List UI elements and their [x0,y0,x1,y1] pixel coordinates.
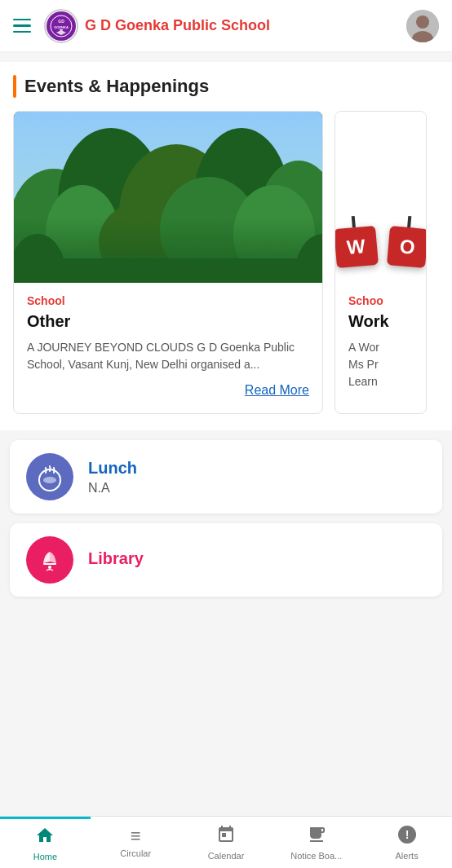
svg-point-16 [160,177,258,283]
header: GD GOENKA G D Goenka Public School [0,0,452,52]
event-card-2-description: A WorMs PrLearn [348,339,413,390]
event-card-2-body: Schoo Work A WorMs PrLearn [335,283,426,413]
alerts-icon: ! [397,825,417,848]
lunch-card[interactable]: Lunch N.A [10,440,442,513]
svg-point-24 [48,566,51,569]
lunch-title: Lunch [88,459,426,478]
read-more-button-1[interactable]: Read More [27,383,309,398]
svg-point-14 [46,185,119,283]
lunch-icon-circle [26,453,73,500]
event-card-1-image [14,112,322,283]
svg-rect-23 [43,563,56,565]
nav-item-home[interactable]: Home [0,817,91,868]
svg-point-19 [295,234,322,283]
section-title-row: Events & Happenings [13,75,439,98]
svg-point-17 [233,185,315,283]
workshop-tag-w: W [335,226,379,268]
nav-label-noticeboard: Notice Boa... [290,851,342,861]
nav-label-home: Home [33,852,57,861]
svg-point-6 [416,15,429,29]
library-title: Library [88,549,426,568]
event-card-1-body: School Other A JOURNEY BEYOND CLOUDS G D… [14,283,322,411]
event-card-1-description: A JOURNEY BEYOND CLOUDS G D Goenka Publi… [27,339,309,373]
event-card-1-category: School [27,294,309,307]
hanging-tags: W O [335,112,426,283]
library-icon [35,545,64,575]
lunch-subtitle: N.A [88,481,426,496]
workshop-tag-o: O [387,226,427,268]
events-section-title: Events & Happenings [24,76,209,97]
nav-item-alerts[interactable]: ! Alerts [361,817,452,868]
svg-rect-20 [14,258,322,283]
events-cards-scroll[interactable]: School Other A JOURNEY BEYOND CLOUDS G D… [13,111,439,414]
logo-inner: GD GOENKA [47,11,76,41]
forest-background [14,112,322,283]
event-card-2-image: W O [335,112,426,283]
nav-label-calendar: Calendar [208,851,245,861]
lunch-icon [35,462,64,491]
library-info-text: Library [88,549,426,571]
nav-label-circular: Circular [120,848,151,858]
school-name-text: G D Goenka Public School [85,17,270,34]
section-bar-accent [13,75,16,98]
noticeboard-icon [307,825,326,848]
nav-item-calendar[interactable]: Calendar [181,817,272,868]
svg-text:GD: GD [58,19,64,24]
svg-point-18 [14,234,66,283]
library-card[interactable]: Library [10,523,442,597]
library-icon-circle [26,536,73,584]
calendar-icon [216,825,236,848]
lunch-info-text: Lunch N.A [88,459,426,496]
user-avatar[interactable] [406,10,439,42]
svg-point-22 [43,477,56,483]
event-card-1: School Other A JOURNEY BEYOND CLOUDS G D… [13,111,323,414]
svg-text:!: ! [405,828,409,841]
nav-item-noticeboard[interactable]: Notice Boa... [271,817,361,868]
event-card-2-partial: W O Schoo Work A WorMs PrLearn [335,111,427,414]
logo-area: GD GOENKA G D Goenka Public School [44,9,406,43]
hamburger-menu-button[interactable] [13,19,31,33]
svg-rect-4 [60,29,63,31]
nav-item-circular[interactable]: ≡ Circular [91,817,181,868]
main-content: Events & Happenings [0,62,452,672]
school-logo: GD GOENKA [44,9,78,43]
svg-text:GOENKA: GOENKA [54,25,69,29]
bottom-navigation: Home ≡ Circular Calendar Notice Boa... ! [0,816,452,868]
events-section: Events & Happenings [0,62,452,430]
event-card-1-title: Other [27,312,309,331]
event-card-2-category: Schoo [348,294,413,307]
home-icon [35,826,55,848]
nav-label-alerts: Alerts [396,851,419,861]
event-card-2-title: Work [348,312,413,331]
circular-icon: ≡ [131,827,141,845]
